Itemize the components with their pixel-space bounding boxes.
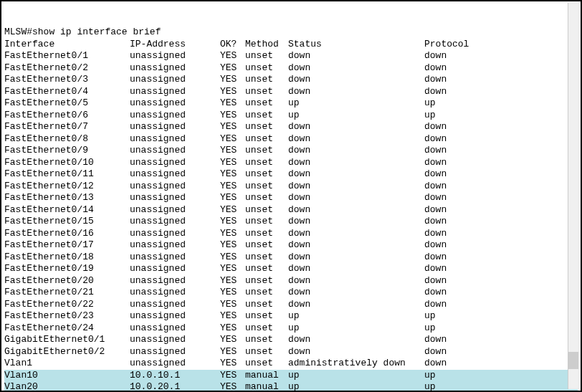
cell-ip: unassigned xyxy=(130,310,220,322)
cell-protocol: down xyxy=(424,86,447,98)
table-row: FastEthernet0/2unassignedYESunsetdowndow… xyxy=(4,62,578,75)
cell-method: unset xyxy=(245,74,288,86)
table-row: FastEthernet0/6unassignedYESunsetupup xyxy=(4,110,578,122)
cell-method: unset xyxy=(245,157,288,169)
cell-method: unset xyxy=(245,97,288,110)
cell-ok: YES xyxy=(220,334,245,346)
cell-interface: FastEthernet0/13 xyxy=(4,192,130,204)
cell-interface: FastEthernet0/5 xyxy=(4,97,130,110)
cell-protocol: down xyxy=(424,358,447,370)
cell-protocol: down xyxy=(424,239,447,252)
cell-ok: YES xyxy=(220,299,245,311)
cell-ok: YES xyxy=(220,252,245,264)
cell-method: unset xyxy=(245,346,288,358)
cell-protocol: down xyxy=(424,263,447,275)
cell-method: manual xyxy=(245,381,288,391)
cell-status: down xyxy=(288,145,424,157)
cell-protocol: down xyxy=(424,299,447,311)
cell-status: down xyxy=(288,121,424,133)
table-row: FastEthernet0/22unassignedYESunsetdowndo… xyxy=(4,299,578,311)
prompt-line: MLSW#show ip interface brief xyxy=(4,27,578,39)
cell-method: unset xyxy=(245,275,288,287)
table-row: FastEthernet0/19unassignedYESunsetdowndo… xyxy=(4,263,578,275)
cell-protocol: down xyxy=(424,287,447,299)
table-row: FastEthernet0/9unassignedYESunsetdowndow… xyxy=(4,145,578,157)
cell-ip: unassigned xyxy=(130,74,220,86)
table-row: FastEthernet0/18unassignedYESunsetdowndo… xyxy=(4,252,578,264)
cell-ok: YES xyxy=(220,322,245,335)
cell-method: unset xyxy=(245,216,288,228)
table-row: FastEthernet0/11unassignedYESunsetdowndo… xyxy=(4,168,578,181)
cell-status: down xyxy=(288,263,424,275)
table-row: FastEthernet0/24unassignedYESunsetupup xyxy=(4,322,578,335)
cell-method: unset xyxy=(245,239,288,252)
cell-ip: 10.0.20.1 xyxy=(130,381,220,391)
cell-ip: unassigned xyxy=(130,145,220,157)
cell-ok: YES xyxy=(220,86,245,98)
cell-status: down xyxy=(288,133,424,145)
cell-ok: YES xyxy=(220,358,245,370)
cell-protocol: down xyxy=(424,133,447,145)
cell-interface: FastEthernet0/22 xyxy=(4,299,130,311)
cell-status: up xyxy=(288,310,424,322)
cell-method: unset xyxy=(245,121,288,133)
header-method: Method xyxy=(245,39,288,51)
cell-status: down xyxy=(288,204,424,216)
command-text: show ip interface brief xyxy=(32,27,161,37)
cell-ok: YES xyxy=(220,310,245,322)
cell-protocol: down xyxy=(424,192,447,204)
cell-ip: unassigned xyxy=(130,204,220,216)
cell-ok: YES xyxy=(220,192,245,204)
table-row: FastEthernet0/20unassignedYESunsetdowndo… xyxy=(4,275,578,287)
cell-ip: unassigned xyxy=(130,110,220,122)
scroll-thumb[interactable] xyxy=(568,352,578,369)
cell-ip: unassigned xyxy=(130,181,220,193)
cell-protocol: down xyxy=(424,62,447,75)
cell-status: down xyxy=(288,239,424,252)
cell-ok: YES xyxy=(220,370,245,382)
cell-ip: unassigned xyxy=(130,62,220,75)
cell-protocol: down xyxy=(424,346,447,358)
cell-status: down xyxy=(288,157,424,169)
cell-ok: YES xyxy=(220,239,245,252)
cell-interface: FastEthernet0/10 xyxy=(4,157,130,169)
header-ip: IP-Address xyxy=(130,39,220,51)
cell-method: unset xyxy=(245,334,288,346)
cell-status: up xyxy=(288,110,424,122)
cell-status: down xyxy=(288,228,424,240)
cell-status: down xyxy=(288,216,424,228)
cell-protocol: down xyxy=(424,145,447,157)
cell-interface: FastEthernet0/21 xyxy=(4,287,130,299)
cell-ip: unassigned xyxy=(130,299,220,311)
table-row: Vlan1010.0.10.1YESmanualupup xyxy=(4,370,578,382)
cell-ip: unassigned xyxy=(130,287,220,299)
cell-ok: YES xyxy=(220,121,245,133)
table-row: FastEthernet0/21unassignedYESunsetdowndo… xyxy=(4,287,578,299)
cell-ok: YES xyxy=(220,287,245,299)
table-row: FastEthernet0/13unassignedYESunsetdowndo… xyxy=(4,192,578,204)
cell-ip: unassigned xyxy=(130,334,220,346)
cell-status: up xyxy=(288,370,424,382)
scrollbar[interactable] xyxy=(568,3,579,389)
table-row: FastEthernet0/14unassignedYESunsetdowndo… xyxy=(4,204,578,216)
cell-interface: FastEthernet0/12 xyxy=(4,181,130,193)
cell-ok: YES xyxy=(220,263,245,275)
cell-method: unset xyxy=(245,299,288,311)
cell-interface: FastEthernet0/9 xyxy=(4,145,130,157)
cell-status: down xyxy=(288,346,424,358)
terminal-output[interactable]: MLSW#show ip interface briefInterfaceIP-… xyxy=(1,1,581,391)
cell-ok: YES xyxy=(220,74,245,86)
cell-protocol: down xyxy=(424,121,447,133)
cell-interface: FastEthernet0/11 xyxy=(4,168,130,181)
cell-status: down xyxy=(288,299,424,311)
cell-protocol: down xyxy=(424,275,447,287)
cell-ok: YES xyxy=(220,50,245,62)
cell-method: unset xyxy=(245,204,288,216)
terminal-window: MLSW#show ip interface briefInterfaceIP-… xyxy=(0,0,582,392)
cell-interface: FastEthernet0/24 xyxy=(4,322,130,335)
cell-interface: FastEthernet0/23 xyxy=(4,310,130,322)
cell-method: unset xyxy=(245,145,288,157)
cell-interface: FastEthernet0/8 xyxy=(4,133,130,145)
cell-ip: unassigned xyxy=(130,216,220,228)
cell-method: unset xyxy=(245,168,288,181)
